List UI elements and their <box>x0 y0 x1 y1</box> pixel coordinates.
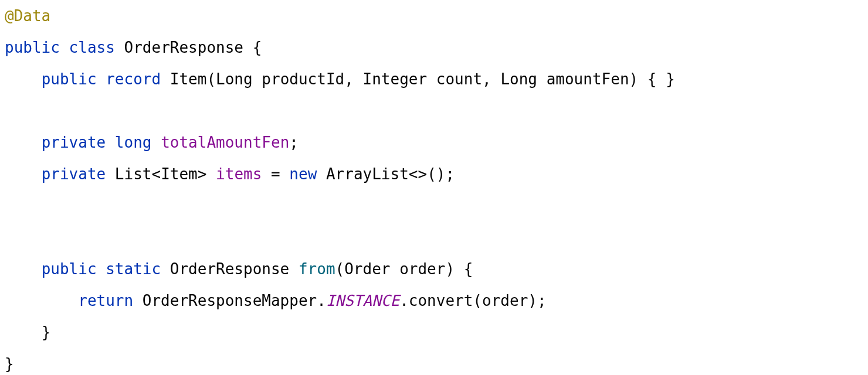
keyword-private: private <box>42 165 106 183</box>
return-type: OrderResponse <box>170 260 290 278</box>
static-field-instance: INSTANCE <box>326 292 399 309</box>
code-editor[interactable]: @Data public class OrderResponse { publi… <box>0 0 868 375</box>
annotation-data: @Data <box>5 7 50 25</box>
keyword-public: public <box>42 260 97 278</box>
keyword-private: private <box>42 134 106 151</box>
record-name: Item <box>170 70 207 88</box>
type-list: List <box>115 165 152 183</box>
paren-open: ( <box>206 70 216 88</box>
param-name: count <box>436 70 482 88</box>
diamond-call: <>(); <box>409 165 455 183</box>
paren-close: ) <box>629 70 639 88</box>
type-mapper: OrderResponseMapper <box>143 292 317 309</box>
record-body: { } <box>638 70 675 88</box>
keyword-public: public <box>42 70 97 88</box>
method-convert: convert <box>409 292 473 309</box>
equals: = <box>262 165 289 183</box>
param-type: Long <box>500 70 537 88</box>
semicolon: ; <box>289 134 299 151</box>
angle-open: < <box>151 165 161 183</box>
paren-open: ( <box>335 260 345 278</box>
keyword-static: static <box>106 260 161 278</box>
field-items: items <box>216 165 262 183</box>
dot: . <box>399 292 409 309</box>
param-name: amountFen <box>547 70 629 88</box>
keyword-long: long <box>115 134 152 151</box>
method-from: from <box>299 260 335 278</box>
param-type: Integer <box>363 70 428 88</box>
param-type: Order <box>344 260 390 278</box>
param-type: Long <box>216 70 253 88</box>
keyword-return: return <box>78 292 133 309</box>
brace-open: { <box>455 260 473 278</box>
brace-close: } <box>42 323 51 341</box>
param-name: order <box>399 260 445 278</box>
type-arraylist: ArrayList <box>326 165 409 183</box>
keyword-class: class <box>69 39 115 56</box>
field-totalAmountFen: totalAmountFen <box>161 134 289 151</box>
param-name: productId <box>262 70 344 88</box>
brace-close: } <box>5 355 14 373</box>
comma: , <box>344 70 362 88</box>
angle-close: > <box>198 165 207 183</box>
call-args: (order); <box>473 292 546 309</box>
keyword-public: public <box>5 39 60 56</box>
keyword-record: record <box>106 70 161 88</box>
dot: . <box>317 292 326 309</box>
class-name: OrderResponse <box>124 39 244 56</box>
paren-close: ) <box>445 260 455 278</box>
brace-open: { <box>253 39 262 56</box>
comma: , <box>482 70 500 88</box>
type-item: Item <box>161 165 198 183</box>
keyword-new: new <box>289 165 317 183</box>
